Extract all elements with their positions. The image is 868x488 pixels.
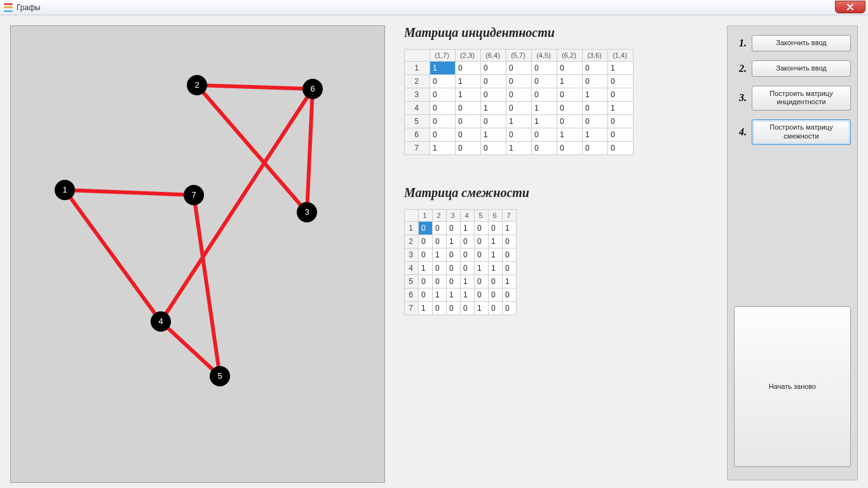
table-cell[interactable]: 0: [503, 302, 517, 315]
table-column-header[interactable]: 6: [489, 210, 503, 222]
table-cell[interactable]: 0: [608, 75, 634, 88]
table-cell[interactable]: 1: [461, 222, 475, 235]
table-cell[interactable]: 0: [532, 142, 557, 155]
table-cell[interactable]: 0: [475, 235, 489, 248]
table-cell[interactable]: 0: [475, 275, 489, 288]
table-cell[interactable]: 0: [475, 248, 489, 262]
table-cell[interactable]: 1: [503, 275, 517, 288]
table-row-header[interactable]: 5: [405, 115, 430, 128]
table-cell[interactable]: 0: [532, 128, 557, 142]
adjacency-matrix[interactable]: 1234567100010012001001030100010410001105…: [404, 209, 517, 315]
table-cell[interactable]: 1: [489, 235, 503, 248]
table-cell[interactable]: 0: [433, 275, 447, 288]
table-cell[interactable]: 1: [481, 128, 506, 142]
table-cell[interactable]: 0: [583, 62, 608, 75]
table-cell[interactable]: 0: [557, 115, 583, 128]
table-column-header[interactable]: 7: [503, 210, 517, 222]
table-row-header[interactable]: 2: [405, 75, 430, 88]
table-row-header[interactable]: 4: [405, 102, 430, 115]
table-column-header[interactable]: 5: [475, 210, 489, 222]
table-cell[interactable]: 1: [475, 262, 489, 275]
table-cell[interactable]: 1: [583, 128, 608, 142]
table-cell[interactable]: 0: [447, 222, 461, 235]
graph-canvas[interactable]: 1234567: [10, 25, 385, 483]
table-cell[interactable]: 1: [430, 142, 456, 155]
table-row-header[interactable]: 6: [405, 128, 430, 142]
table-cell[interactable]: 1: [583, 88, 608, 102]
table-cell[interactable]: 0: [506, 62, 532, 75]
table-cell[interactable]: 0: [503, 248, 517, 262]
table-cell[interactable]: 0: [557, 88, 583, 102]
table-cell[interactable]: 1: [447, 235, 461, 248]
table-cell[interactable]: 0: [433, 262, 447, 275]
table-cell[interactable]: 0: [433, 235, 447, 248]
table-cell[interactable]: 0: [557, 62, 583, 75]
table-cell[interactable]: 0: [532, 75, 557, 88]
restart-button[interactable]: Начать заново: [734, 306, 851, 467]
table-cell[interactable]: 0: [419, 235, 433, 248]
table-row-header[interactable]: 1: [405, 62, 430, 75]
table-cell[interactable]: 0: [481, 142, 506, 155]
table-cell[interactable]: 0: [481, 115, 506, 128]
table-cell[interactable]: 1: [481, 102, 506, 115]
table-cell[interactable]: 0: [489, 275, 503, 288]
table-column-header[interactable]: (2,3): [456, 50, 481, 62]
table-cell[interactable]: 0: [506, 75, 532, 88]
table-cell[interactable]: 1: [461, 275, 475, 288]
table-cell[interactable]: 0: [481, 88, 506, 102]
build-adjacency-button[interactable]: Построить матрицу смежности: [752, 119, 851, 145]
table-cell[interactable]: 0: [433, 302, 447, 315]
table-cell[interactable]: 1: [506, 142, 532, 155]
table-cell[interactable]: 0: [419, 222, 433, 235]
table-cell[interactable]: 0: [608, 128, 634, 142]
table-cell[interactable]: 0: [608, 115, 634, 128]
table-row-header[interactable]: 5: [405, 275, 419, 288]
table-cell[interactable]: 1: [430, 62, 456, 75]
table-cell[interactable]: 0: [461, 302, 475, 315]
table-cell[interactable]: 0: [608, 142, 634, 155]
table-row-header[interactable]: 3: [405, 248, 419, 262]
table-cell[interactable]: 1: [557, 128, 583, 142]
table-cell[interactable]: 1: [447, 288, 461, 302]
table-cell[interactable]: 0: [456, 115, 481, 128]
table-row-header[interactable]: 6: [405, 288, 419, 302]
table-column-header[interactable]: (6,4): [481, 50, 506, 62]
table-cell[interactable]: 0: [430, 115, 456, 128]
table-cell[interactable]: 1: [419, 262, 433, 275]
table-cell[interactable]: 1: [532, 115, 557, 128]
incidence-matrix[interactable]: (1,7)(2,3)(6,4)(5,7)(4,5)(6,2)(3,6)(1,4)…: [404, 49, 634, 155]
table-column-header[interactable]: (1,4): [608, 50, 634, 62]
table-cell[interactable]: 1: [433, 288, 447, 302]
table-cell[interactable]: 1: [461, 288, 475, 302]
table-cell[interactable]: 0: [557, 102, 583, 115]
table-cell[interactable]: 1: [456, 88, 481, 102]
table-cell[interactable]: 1: [506, 115, 532, 128]
table-row-header[interactable]: 2: [405, 235, 419, 248]
table-row-header[interactable]: 4: [405, 262, 419, 275]
table-cell[interactable]: 1: [475, 302, 489, 315]
table-cell[interactable]: 0: [481, 62, 506, 75]
table-cell[interactable]: 0: [461, 262, 475, 275]
table-cell[interactable]: 0: [456, 128, 481, 142]
table-cell[interactable]: 0: [430, 128, 456, 142]
table-row-header[interactable]: 3: [405, 88, 430, 102]
table-column-header[interactable]: (3,6): [583, 50, 608, 62]
table-column-header[interactable]: (5,7): [506, 50, 532, 62]
table-cell[interactable]: 0: [430, 88, 456, 102]
table-column-header[interactable]: (1,7): [430, 50, 456, 62]
table-cell[interactable]: 1: [503, 222, 517, 235]
build-incidence-button[interactable]: Построить матрицу инцидентности: [752, 86, 851, 111]
table-cell[interactable]: 0: [475, 288, 489, 302]
close-button[interactable]: [835, 1, 865, 13]
table-cell[interactable]: 0: [506, 88, 532, 102]
table-cell[interactable]: 1: [419, 302, 433, 315]
table-cell[interactable]: 0: [503, 262, 517, 275]
table-row-header[interactable]: 7: [405, 142, 430, 155]
table-cell[interactable]: 0: [461, 235, 475, 248]
table-cell[interactable]: 0: [447, 302, 461, 315]
table-column-header[interactable]: 4: [461, 210, 475, 222]
table-cell[interactable]: 0: [456, 102, 481, 115]
finish-input-button-2[interactable]: Закончить ввод: [752, 60, 851, 77]
table-cell[interactable]: 0: [532, 88, 557, 102]
table-cell[interactable]: 0: [430, 75, 456, 88]
